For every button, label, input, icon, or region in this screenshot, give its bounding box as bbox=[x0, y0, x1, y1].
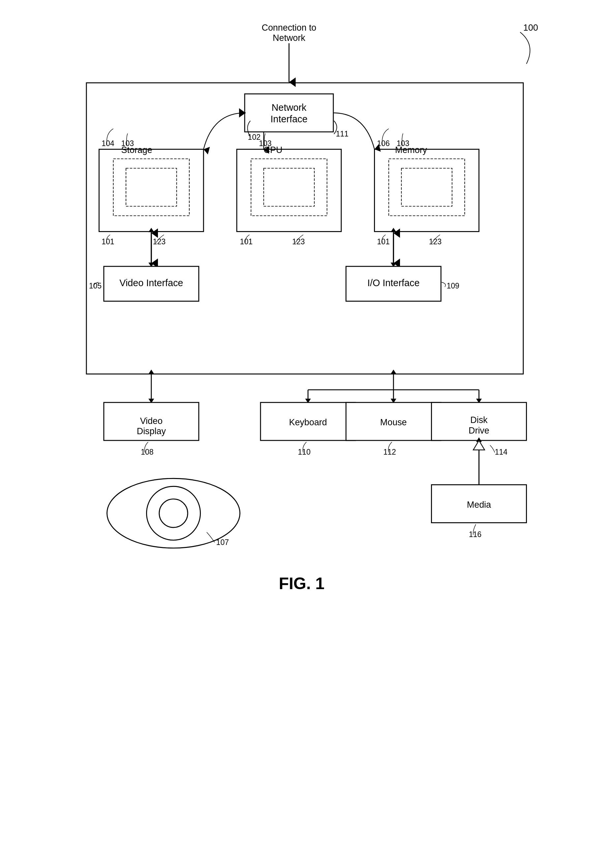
svg-rect-73 bbox=[431, 403, 526, 441]
svg-text:101: 101 bbox=[240, 237, 252, 246]
svg-text:CPU: CPU bbox=[264, 145, 283, 155]
svg-text:103: 103 bbox=[121, 139, 134, 148]
svg-text:105: 105 bbox=[89, 281, 101, 290]
svg-text:Video: Video bbox=[140, 416, 163, 426]
svg-text:102: 102 bbox=[248, 133, 261, 141]
svg-rect-69 bbox=[261, 403, 355, 441]
svg-marker-65 bbox=[391, 369, 396, 374]
svg-text:101: 101 bbox=[101, 237, 114, 246]
diagram-area: 100 Connection to Network Network Interf… bbox=[44, 13, 572, 804]
svg-rect-50 bbox=[346, 267, 441, 301]
svg-marker-60 bbox=[305, 399, 311, 403]
svg-rect-71 bbox=[346, 403, 441, 441]
svg-marker-56 bbox=[148, 369, 154, 374]
svg-text:106: 106 bbox=[377, 139, 389, 148]
svg-marker-81 bbox=[476, 437, 482, 442]
svg-text:108: 108 bbox=[141, 448, 153, 456]
svg-text:Storage: Storage bbox=[121, 145, 153, 155]
svg-point-87 bbox=[107, 478, 240, 548]
svg-text:123: 123 bbox=[429, 237, 441, 246]
svg-rect-15 bbox=[99, 149, 204, 232]
svg-text:114: 114 bbox=[495, 448, 507, 456]
svg-text:Disk: Disk bbox=[470, 415, 488, 425]
svg-text:109: 109 bbox=[446, 281, 459, 290]
svg-rect-26 bbox=[375, 149, 479, 232]
svg-marker-64 bbox=[476, 399, 482, 403]
svg-rect-8 bbox=[87, 83, 523, 374]
svg-marker-43 bbox=[148, 262, 154, 267]
svg-text:103: 103 bbox=[259, 139, 271, 148]
svg-text:116: 116 bbox=[469, 530, 481, 539]
svg-text:107: 107 bbox=[216, 538, 229, 547]
svg-marker-55 bbox=[148, 399, 154, 403]
svg-rect-66 bbox=[104, 403, 199, 441]
svg-rect-84 bbox=[431, 485, 526, 523]
svg-text:Video Interface: Video Interface bbox=[119, 278, 183, 288]
svg-text:100: 100 bbox=[523, 23, 538, 33]
svg-text:101: 101 bbox=[377, 237, 389, 246]
svg-rect-9 bbox=[245, 94, 333, 132]
svg-text:104: 104 bbox=[101, 139, 114, 148]
svg-text:111: 111 bbox=[336, 130, 348, 138]
svg-rect-23 bbox=[264, 168, 315, 206]
svg-text:Network: Network bbox=[272, 102, 307, 113]
svg-point-89 bbox=[159, 499, 188, 527]
svg-text:Network: Network bbox=[273, 33, 305, 43]
svg-marker-62 bbox=[391, 399, 396, 403]
svg-rect-28 bbox=[401, 168, 452, 206]
svg-text:123: 123 bbox=[292, 237, 305, 246]
svg-text:FIG. 1: FIG. 1 bbox=[279, 574, 324, 593]
svg-text:Interface: Interface bbox=[270, 114, 307, 124]
svg-marker-47 bbox=[391, 228, 396, 232]
svg-text:Connection to: Connection to bbox=[261, 23, 316, 33]
svg-text:112: 112 bbox=[383, 448, 396, 456]
svg-text:Memory: Memory bbox=[395, 145, 427, 155]
svg-marker-44 bbox=[148, 228, 154, 232]
svg-text:Drive: Drive bbox=[469, 426, 489, 435]
svg-rect-27 bbox=[389, 159, 465, 216]
svg-point-88 bbox=[147, 486, 200, 540]
svg-text:110: 110 bbox=[298, 448, 310, 456]
svg-marker-83 bbox=[473, 441, 485, 450]
svg-marker-46 bbox=[391, 262, 396, 267]
page: 100 Connection to Network Network Interf… bbox=[0, 0, 616, 841]
svg-text:Keyboard: Keyboard bbox=[289, 418, 327, 427]
svg-text:Mouse: Mouse bbox=[380, 418, 407, 427]
svg-rect-21 bbox=[237, 149, 341, 232]
svg-text:103: 103 bbox=[397, 139, 409, 148]
svg-rect-16 bbox=[113, 159, 189, 216]
svg-text:Display: Display bbox=[137, 426, 166, 436]
svg-rect-22 bbox=[251, 159, 327, 216]
svg-text:123: 123 bbox=[153, 237, 166, 246]
svg-rect-17 bbox=[126, 168, 177, 206]
svg-text:Media: Media bbox=[467, 500, 491, 510]
svg-rect-48 bbox=[104, 267, 199, 301]
svg-text:I/O Interface: I/O Interface bbox=[367, 278, 419, 288]
